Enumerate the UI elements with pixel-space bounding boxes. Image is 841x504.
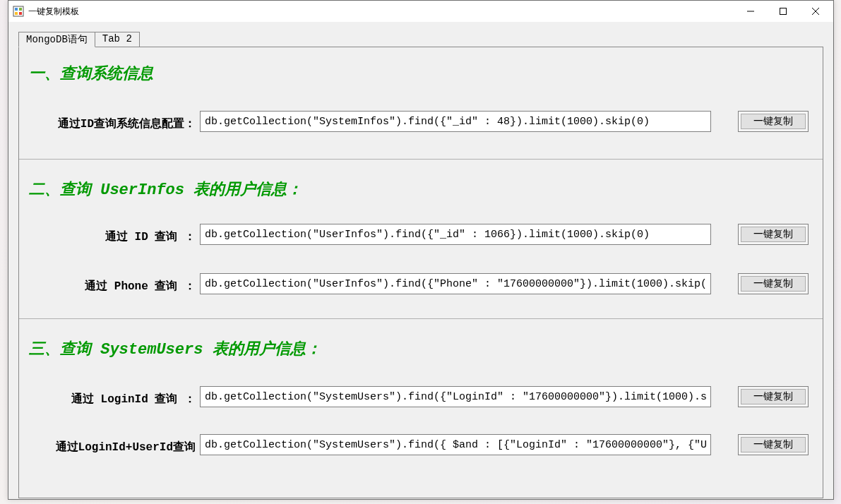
client-area: MongoDB语句 Tab 2 一、查询系统信息 通过ID查询系统信息配置： 一…	[8, 22, 833, 499]
tabpanel-mongodb: 一、查询系统信息 通过ID查询系统信息配置： 一键复制 二、查询 UserInf…	[18, 47, 823, 498]
section3-row2-input[interactable]	[200, 434, 711, 455]
separator-1	[19, 159, 823, 160]
section3-row1-copy-wrap: 一键复制	[738, 386, 809, 407]
section3-row2-copy-button[interactable]: 一键复制	[741, 437, 806, 452]
maximize-button[interactable]	[767, 1, 799, 22]
section2-row1-copy-button[interactable]: 一键复制	[741, 227, 806, 242]
section3-row1-copy-button[interactable]: 一键复制	[741, 389, 806, 404]
svg-rect-1	[15, 8, 18, 11]
svg-rect-6	[780, 8, 787, 15]
section3-title: 三、查询 SystemUsers 表的用户信息：	[29, 338, 321, 359]
section2-row2-label: 通过 Phone 查询 ：	[26, 279, 196, 294]
section2-row2-copy-button[interactable]: 一键复制	[741, 276, 806, 292]
section2-title: 二、查询 UserInfos 表的用户信息：	[29, 179, 302, 200]
section2-row1-label: 通过 ID 查询 ：	[26, 229, 196, 244]
section2-row2-copy-wrap: 一键复制	[738, 273, 809, 294]
titlebar[interactable]: 一键复制模板	[8, 1, 833, 22]
tabstrip: MongoDB语句 Tab 2	[18, 32, 140, 47]
section1-title: 一、查询系统信息	[29, 63, 153, 84]
minimize-button[interactable]	[734, 1, 767, 22]
tab-2[interactable]: Tab 2	[95, 32, 140, 47]
svg-rect-4	[19, 12, 22, 15]
section3-row2-copy-wrap: 一键复制	[738, 434, 809, 455]
svg-rect-3	[15, 12, 18, 15]
section3-row1-input[interactable]	[200, 386, 711, 407]
section1-row1-input[interactable]	[200, 111, 711, 132]
section1-row1-label: 通过ID查询系统信息配置：	[26, 116, 196, 131]
section2-row1-input[interactable]	[200, 224, 711, 245]
section2-row1-copy-wrap: 一键复制	[738, 224, 809, 245]
section3-row2-label: 通过LoginId+UserId查询	[26, 440, 196, 455]
app-icon	[13, 6, 24, 17]
section1-row1-copy-button[interactable]: 一键复制	[741, 114, 806, 129]
tab-mongodb[interactable]: MongoDB语句	[18, 32, 95, 47]
separator-2	[19, 318, 823, 319]
section2-row2-input[interactable]	[200, 273, 711, 294]
svg-rect-2	[19, 8, 22, 11]
section3-row1-label: 通过 LoginId 查询 ：	[26, 392, 196, 407]
section1-row1-copy-wrap: 一键复制	[738, 111, 809, 132]
window-title: 一键复制模板	[28, 6, 734, 18]
app-window: 一键复制模板 MongoDB语句 Tab 2 一、查询系统信息 通过ID查询系统…	[8, 0, 834, 500]
close-button[interactable]	[799, 1, 832, 22]
